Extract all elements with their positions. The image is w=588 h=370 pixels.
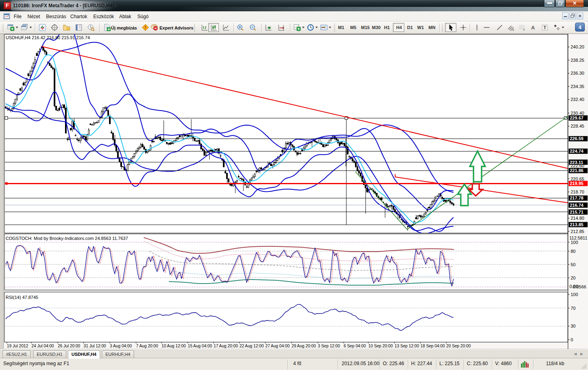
- svg-text:20 Sep 20:00: 20 Sep 20:00: [446, 344, 471, 348]
- svg-text:USDHUF,H4 216.42 216.80 215.9: USDHUF,H4 216.42 216.80 215.91 216.74: [6, 35, 90, 40]
- svg-text:236.30: 236.30: [571, 71, 584, 76]
- svg-text:17 Aug 20:00: 17 Aug 20:00: [214, 344, 238, 348]
- svg-text:3 Aug 04:00: 3 Aug 04:00: [110, 344, 132, 348]
- svg-text:213.85: 213.85: [570, 222, 584, 227]
- svg-text:223.11: 223.11: [570, 160, 583, 165]
- svg-text:COGSTOCH: Mod by Brooky-Indica: COGSTOCH: Mod by Brooky-Indicators.com 2…: [6, 236, 128, 241]
- svg-text:219.95: 219.95: [570, 181, 584, 186]
- svg-text:217.78: 217.78: [570, 196, 584, 200]
- svg-text:30: 30: [571, 324, 575, 328]
- svg-text:T: T: [544, 25, 546, 30]
- svg-text:0: 0: [571, 337, 573, 342]
- svg-text:215.71: 215.71: [570, 210, 584, 214]
- svg-text:80: 80: [571, 249, 575, 254]
- svg-text:226.59: 226.59: [570, 136, 584, 141]
- svg-text:238.25: 238.25: [571, 58, 584, 63]
- svg-text:18 Sep 04:00: 18 Sep 04:00: [420, 344, 445, 348]
- svg-text:230.40: 230.40: [571, 111, 584, 116]
- svg-text:232.40: 232.40: [571, 97, 584, 102]
- svg-text:19 Jul 2012: 19 Jul 2012: [7, 344, 28, 348]
- svg-text:3 Sep 12:00: 3 Sep 12:00: [318, 344, 340, 348]
- svg-text:0.0566: 0.0566: [573, 284, 586, 289]
- svg-text:50: 50: [571, 262, 575, 267]
- svg-text:31 Jul 12:00: 31 Jul 12:00: [84, 344, 106, 348]
- svg-text:!: !: [145, 25, 146, 30]
- svg-text:10 Aug 12:00: 10 Aug 12:00: [162, 344, 186, 348]
- svg-text:F: F: [523, 29, 525, 31]
- svg-text:234.35: 234.35: [571, 84, 584, 89]
- svg-text:218.70: 218.70: [571, 189, 584, 194]
- svg-text:212.85: 212.85: [571, 229, 584, 234]
- svg-text:221.86: 221.86: [570, 168, 584, 173]
- svg-text:214.80: 214.80: [571, 216, 584, 221]
- svg-text:10 Sep 20:00: 10 Sep 20:00: [368, 344, 393, 348]
- svg-text:228.45: 228.45: [571, 124, 584, 128]
- svg-text:100: 100: [571, 292, 578, 297]
- svg-text:220.65: 220.65: [571, 177, 584, 181]
- svg-text:224.74: 224.74: [570, 149, 584, 153]
- svg-text:E: E: [512, 29, 514, 31]
- svg-text:70: 70: [571, 306, 575, 311]
- svg-text:6 Sep 04:00: 6 Sep 04:00: [344, 344, 366, 348]
- svg-text:29 Aug 20:00: 29 Aug 20:00: [292, 344, 316, 348]
- svg-text:26 Jul 20:00: 26 Jul 20:00: [58, 344, 80, 348]
- svg-text:229.67: 229.67: [570, 116, 584, 120]
- svg-text:RSI(14) 47.8745: RSI(14) 47.8745: [6, 295, 38, 300]
- svg-text:27 Aug 04:00: 27 Aug 04:00: [265, 344, 290, 348]
- svg-text:216.74: 216.74: [570, 203, 584, 208]
- svg-text:240.20: 240.20: [571, 44, 584, 49]
- svg-text:100: 100: [571, 240, 578, 245]
- svg-text:15 Aug 04:00: 15 Aug 04:00: [188, 344, 212, 348]
- svg-text:7 Aug 20:00: 7 Aug 20:00: [136, 344, 158, 348]
- svg-text:13 Sep 12:00: 13 Sep 12:00: [395, 344, 419, 348]
- svg-text:24 Jul 04:00: 24 Jul 04:00: [32, 344, 54, 348]
- svg-text:20: 20: [571, 275, 575, 280]
- svg-text:22 Aug 12:00: 22 Aug 12:00: [239, 344, 264, 348]
